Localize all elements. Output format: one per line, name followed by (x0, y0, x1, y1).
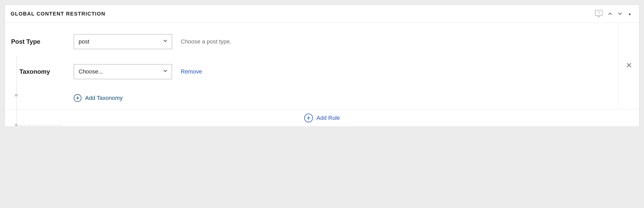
collapse-toggle-icon[interactable]: ▲ (626, 10, 633, 17)
add-taxonomy-button[interactable]: Add Taxonomy (74, 94, 613, 102)
panel-body: Post Type post Choose a post type. Taxon… (5, 23, 639, 109)
panel-title: GLOBAL CONTENT RESTRICTION (11, 11, 105, 17)
tree-node-end (14, 123, 18, 127)
tree-node-taxonomy (14, 93, 18, 97)
move-up-icon[interactable] (606, 10, 614, 17)
panel-header: GLOBAL CONTENT RESTRICTION ? ▲ (5, 5, 639, 23)
add-rule-button[interactable]: Add Rule (317, 115, 340, 121)
plus-icon (74, 94, 81, 102)
help-icon[interactable]: ? (594, 9, 604, 18)
panel-footer: Add Rule (5, 109, 639, 127)
tree-connector-horizontal (16, 125, 62, 126)
tree-connector-vertical (16, 56, 17, 126)
taxonomy-select-value: Choose... (79, 68, 103, 75)
remove-rule-button[interactable] (626, 62, 632, 70)
add-taxonomy-label: Add Taxonomy (85, 95, 123, 101)
plus-icon (304, 114, 313, 122)
post-type-label: Post Type (11, 38, 65, 45)
remove-taxonomy-link[interactable]: Remove (181, 68, 202, 75)
taxonomy-select[interactable]: Choose... (74, 64, 172, 79)
move-down-icon[interactable] (616, 10, 624, 17)
chevron-down-icon (162, 68, 168, 75)
post-type-select[interactable]: post (74, 34, 172, 49)
taxonomy-label: Taxonomy (11, 68, 65, 75)
post-type-row: Post Type post Choose a post type. (11, 34, 613, 49)
panel-main: Post Type post Choose a post type. Taxon… (5, 23, 618, 109)
panel-side (618, 23, 639, 109)
post-type-select-value: post (79, 38, 89, 45)
post-type-hint: Choose a post type. (181, 38, 231, 45)
global-content-restriction-panel: GLOBAL CONTENT RESTRICTION ? ▲ (5, 5, 639, 127)
svg-text:?: ? (597, 11, 600, 15)
taxonomy-row: Taxonomy Choose... Remove (11, 64, 613, 79)
panel-header-actions: ? ▲ (594, 9, 633, 18)
chevron-down-icon (162, 38, 168, 45)
